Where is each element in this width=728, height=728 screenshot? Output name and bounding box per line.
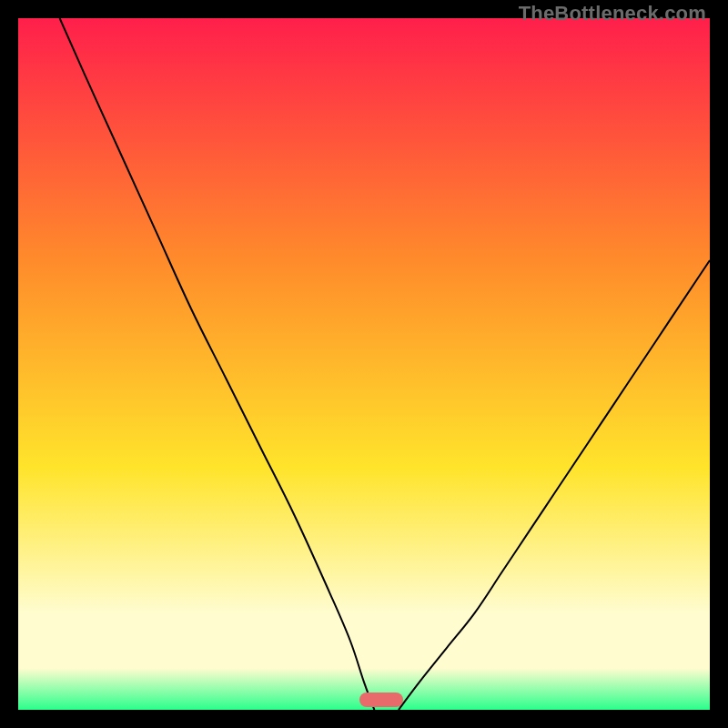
bottleneck-chart	[18, 18, 710, 710]
optimum-marker	[359, 693, 403, 707]
gradient-background	[18, 18, 710, 710]
watermark-text: TheBottleneck.com	[519, 2, 706, 25]
chart-frame	[18, 18, 710, 710]
